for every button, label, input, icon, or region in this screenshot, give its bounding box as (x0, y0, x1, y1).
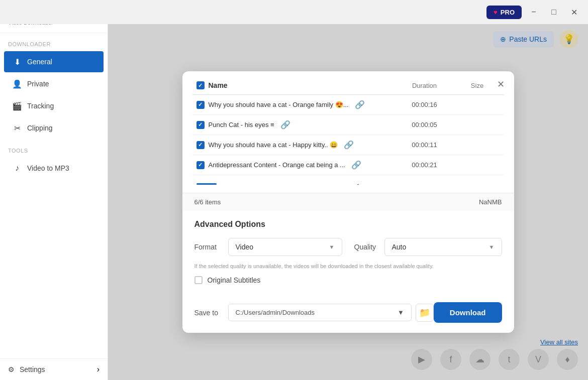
row-name-4: ✓ Antidepressant Content - Orange cat be… (197, 160, 395, 170)
tools-section-label: Tools (0, 140, 108, 157)
format-quality-row: Format Video ▼ Quality Auto ▼ (194, 238, 502, 256)
quality-value: Auto (392, 243, 407, 251)
folder-icon: 📁 (419, 307, 430, 318)
sidebar-item-label-clipping: Clipping (27, 124, 53, 132)
sidebar-item-general[interactable]: ⬇ General (4, 51, 104, 72)
format-group: Format Video ▼ (194, 238, 342, 256)
sidebar-item-label-general: General (27, 58, 52, 66)
quality-select[interactable]: Auto ▼ (384, 238, 502, 256)
row-link-1[interactable]: 🔗 (355, 100, 365, 109)
settings-icon: ⚙ (8, 365, 15, 373)
save-path-value: C:/Users/admin/Downloads (236, 309, 315, 316)
format-value: Video (236, 243, 254, 251)
chevron-right-icon: › (97, 365, 100, 374)
col-name-label: Name (209, 81, 228, 89)
save-path-select[interactable]: C:/Users/admin/Downloads ▼ (228, 304, 412, 321)
pro-label: PRO (501, 9, 515, 16)
sidebar-item-label-tracking: Tracking (27, 102, 54, 110)
heart-icon: ♥ (494, 9, 498, 16)
settings-label: Settings (20, 365, 45, 373)
settings-item: ⚙ Settings (8, 365, 45, 373)
dialog-overlay: ✕ ✓ Name Duration Size ✓ Why you should … (108, 24, 588, 380)
items-bar: 6/6 items NaNMB (182, 193, 514, 211)
sidebar-item-video-to-mp3[interactable]: ♪ Video to MP3 (4, 158, 104, 179)
row-checkbox-2[interactable]: ✓ (197, 121, 205, 129)
table-row: ✓ Why you should have a cat - Happy kitt… (192, 135, 504, 155)
table-row: ✓ Punch Cat - his eyes ≡ 🔗 00:00:05 (192, 115, 504, 135)
save-to-container: Save to C:/Users/admin/Downloads ▼ 📁 (194, 304, 434, 322)
downloader-section-label: Downloader (0, 33, 108, 50)
quality-arrow-icon: ▼ (489, 244, 495, 250)
row-link-3[interactable]: 🔗 (344, 140, 354, 150)
row-checkbox-4[interactable]: ✓ (197, 161, 205, 169)
total-size: NaNMB (479, 198, 502, 206)
sidebar-item-tracking[interactable]: 🎬 Tracking (4, 95, 104, 116)
folder-browse-button[interactable]: 📁 (416, 304, 434, 322)
row-name-3: ✓ Why you should have a cat - Happy kitt… (197, 140, 395, 150)
row-checkbox-3[interactable]: ✓ (197, 141, 205, 149)
select-all-checkbox[interactable]: ✓ (197, 81, 205, 89)
table-row: ✓ Why you should have a cat - Orange fam… (192, 95, 504, 115)
format-select[interactable]: Video ▼ (228, 238, 342, 256)
clipping-icon: ✂ (12, 123, 22, 133)
sidebar-item-label-private: Private (27, 80, 49, 88)
settings-footer[interactable]: ⚙ Settings › (0, 358, 108, 380)
window-close-button[interactable]: ✕ (566, 4, 582, 20)
row-link-2[interactable]: 🔗 (280, 120, 290, 130)
path-arrow-icon: ▼ (398, 309, 404, 316)
table-row-partial: - (192, 175, 504, 193)
bottom-bar: Save to C:/Users/admin/Downloads ▼ 📁 Dow… (182, 293, 514, 333)
video-table: ✓ Name Duration Size ✓ Why you should ha… (182, 71, 514, 193)
sidebar: SurFast2 Video Downloader Downloader ⬇ G… (0, 0, 108, 380)
row-link-4[interactable]: 🔗 (351, 160, 361, 170)
col-size-label: Size (455, 82, 500, 89)
general-icon: ⬇ (12, 57, 22, 67)
titlebar: ♥ PRO − □ ✕ (0, 0, 588, 24)
pro-button[interactable]: ♥ PRO (486, 6, 522, 19)
tracking-icon: 🎬 (12, 101, 22, 111)
sidebar-item-label-video-to-mp3: Video to MP3 (27, 164, 69, 172)
col-duration-label: Duration (395, 82, 455, 89)
subtitles-row: Original Subtitles (194, 276, 502, 284)
dialog-close-button[interactable]: ✕ (494, 77, 508, 91)
loading-bar (197, 183, 217, 185)
advanced-title: Advanced Options (194, 220, 502, 229)
table-header-name: ✓ Name (197, 81, 395, 89)
save-path-group: C:/Users/admin/Downloads ▼ 📁 (228, 304, 434, 322)
sidebar-item-private[interactable]: 👤 Private (4, 73, 104, 94)
quality-group: Quality Auto ▼ (354, 238, 502, 256)
format-label: Format (194, 243, 222, 251)
maximize-button[interactable]: □ (546, 4, 562, 20)
items-count: 6/6 items (194, 198, 221, 206)
download-button[interactable]: Download (434, 302, 502, 323)
sidebar-item-clipping[interactable]: ✂ Clipping (4, 117, 104, 139)
table-scroll[interactable]: ✓ Why you should have a cat - Orange fam… (192, 95, 504, 193)
save-to-label: Save to (194, 309, 222, 317)
private-icon: 👤 (12, 79, 22, 89)
row-name-1: ✓ Why you should have a cat - Orange fam… (197, 100, 395, 109)
table-header: ✓ Name Duration Size (192, 81, 504, 95)
table-row: ✓ Antidepressant Content - Orange cat be… (192, 155, 504, 175)
music-icon: ♪ (12, 163, 22, 173)
subtitles-checkbox[interactable] (194, 276, 203, 284)
row-checkbox-1[interactable]: ✓ (197, 101, 205, 109)
row-name-2: ✓ Punch Cat - his eyes ≡ 🔗 (197, 120, 395, 130)
download-dialog: ✕ ✓ Name Duration Size ✓ Why you should … (182, 71, 514, 333)
quality-hint: If the selected quality is unavailable, … (194, 263, 502, 269)
quality-label: Quality (354, 243, 378, 251)
minimize-button[interactable]: − (526, 4, 542, 20)
subtitles-label: Original Subtitles (208, 276, 261, 284)
format-arrow-icon: ▼ (329, 244, 335, 250)
advanced-options: Advanced Options Format Video ▼ Quality … (182, 211, 514, 293)
